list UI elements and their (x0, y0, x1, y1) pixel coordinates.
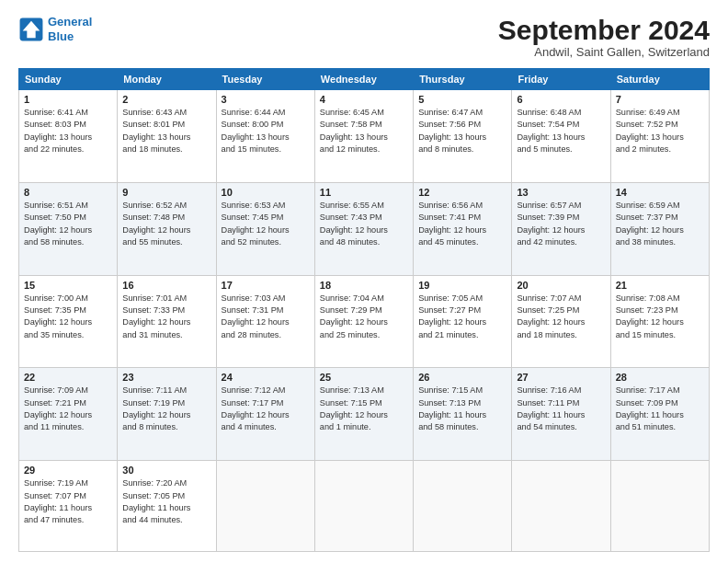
day-info: Sunrise: 6:49 AM Sunset: 7:52 PM Dayligh… (616, 107, 704, 155)
table-row: 15Sunrise: 7:00 AM Sunset: 7:35 PM Dayli… (19, 275, 118, 368)
day-info: Sunrise: 6:52 AM Sunset: 7:48 PM Dayligh… (122, 200, 210, 248)
header: General Blue September 2024 Andwil, Sain… (18, 15, 710, 59)
table-row: 27Sunrise: 7:16 AM Sunset: 7:11 PM Dayli… (512, 368, 610, 461)
table-row: 28Sunrise: 7:17 AM Sunset: 7:09 PM Dayli… (610, 368, 709, 461)
table-row: 29Sunrise: 7:19 AM Sunset: 7:07 PM Dayli… (19, 461, 118, 552)
day-info: Sunrise: 6:53 AM Sunset: 7:45 PM Dayligh… (222, 200, 310, 248)
day-info: Sunrise: 7:13 AM Sunset: 7:15 PM Dayligh… (320, 385, 408, 433)
calendar-row: 22Sunrise: 7:09 AM Sunset: 7:21 PM Dayli… (19, 368, 710, 461)
table-row: 5Sunrise: 6:47 AM Sunset: 7:56 PM Daylig… (414, 90, 512, 183)
day-info: Sunrise: 7:05 AM Sunset: 7:27 PM Dayligh… (418, 293, 506, 341)
table-row: 11Sunrise: 6:55 AM Sunset: 7:43 PM Dayli… (314, 182, 413, 275)
weekday-row: Sunday Monday Tuesday Wednesday Thursday… (19, 69, 710, 90)
day-info: Sunrise: 6:59 AM Sunset: 7:37 PM Dayligh… (616, 200, 704, 248)
day-info: Sunrise: 7:15 AM Sunset: 7:13 PM Dayligh… (418, 385, 506, 433)
th-sunday: Sunday (19, 69, 118, 90)
table-row: 7Sunrise: 6:49 AM Sunset: 7:52 PM Daylig… (610, 90, 709, 183)
table-row: 20Sunrise: 7:07 AM Sunset: 7:25 PM Dayli… (512, 275, 610, 368)
day-info: Sunrise: 6:48 AM Sunset: 7:54 PM Dayligh… (517, 107, 605, 155)
table-row: 23Sunrise: 7:11 AM Sunset: 7:19 PM Dayli… (118, 368, 216, 461)
day-info: Sunrise: 6:43 AM Sunset: 8:01 PM Dayligh… (122, 107, 210, 155)
table-row: 2Sunrise: 6:43 AM Sunset: 8:01 PM Daylig… (118, 90, 216, 183)
day-number: 30 (122, 465, 210, 476)
table-row: 8Sunrise: 6:51 AM Sunset: 7:50 PM Daylig… (19, 182, 118, 275)
day-info: Sunrise: 6:47 AM Sunset: 7:56 PM Dayligh… (418, 107, 506, 155)
table-row: 9Sunrise: 6:52 AM Sunset: 7:48 PM Daylig… (118, 182, 216, 275)
day-number: 20 (517, 280, 605, 291)
day-info: Sunrise: 7:11 AM Sunset: 7:19 PM Dayligh… (122, 385, 210, 433)
day-number: 28 (616, 372, 704, 383)
table-row: 4Sunrise: 6:45 AM Sunset: 7:58 PM Daylig… (314, 90, 413, 183)
logo-line2: Blue (48, 29, 74, 43)
table-row: 24Sunrise: 7:12 AM Sunset: 7:17 PM Dayli… (216, 368, 314, 461)
table-row (414, 461, 512, 552)
day-number: 3 (222, 94, 310, 105)
table-row (216, 461, 314, 552)
day-info: Sunrise: 7:08 AM Sunset: 7:23 PM Dayligh… (616, 293, 704, 341)
day-number: 2 (122, 94, 210, 105)
day-number: 26 (418, 372, 506, 383)
day-number: 10 (222, 187, 310, 198)
day-number: 11 (320, 187, 408, 198)
day-number: 16 (122, 280, 210, 291)
th-monday: Monday (118, 69, 216, 90)
day-number: 6 (517, 94, 605, 105)
day-number: 25 (320, 372, 408, 383)
th-tuesday: Tuesday (216, 69, 314, 90)
day-info: Sunrise: 6:56 AM Sunset: 7:41 PM Dayligh… (418, 200, 506, 248)
table-row: 30Sunrise: 7:20 AM Sunset: 7:05 PM Dayli… (118, 461, 216, 552)
calendar-row: 15Sunrise: 7:00 AM Sunset: 7:35 PM Dayli… (19, 275, 710, 368)
th-wednesday: Wednesday (314, 69, 413, 90)
day-number: 24 (222, 372, 310, 383)
logo-icon (18, 17, 44, 42)
table-row: 12Sunrise: 6:56 AM Sunset: 7:41 PM Dayli… (414, 182, 512, 275)
day-number: 23 (122, 372, 210, 383)
day-info: Sunrise: 7:16 AM Sunset: 7:11 PM Dayligh… (517, 385, 605, 433)
day-info: Sunrise: 7:03 AM Sunset: 7:31 PM Dayligh… (222, 293, 310, 341)
th-friday: Friday (512, 69, 610, 90)
table-row: 6Sunrise: 6:48 AM Sunset: 7:54 PM Daylig… (512, 90, 610, 183)
day-number: 7 (616, 94, 704, 105)
day-number: 22 (24, 372, 112, 383)
table-row: 17Sunrise: 7:03 AM Sunset: 7:31 PM Dayli… (216, 275, 314, 368)
table-row: 1Sunrise: 6:41 AM Sunset: 8:03 PM Daylig… (19, 90, 118, 183)
calendar-row: 8Sunrise: 6:51 AM Sunset: 7:50 PM Daylig… (19, 182, 710, 275)
day-number: 13 (517, 187, 605, 198)
day-info: Sunrise: 7:07 AM Sunset: 7:25 PM Dayligh… (517, 293, 605, 341)
logo: General Blue (18, 15, 92, 43)
logo-line1: General (48, 15, 92, 29)
day-number: 21 (616, 280, 704, 291)
calendar-header: Sunday Monday Tuesday Wednesday Thursday… (19, 69, 710, 90)
day-number: 17 (222, 280, 310, 291)
day-info: Sunrise: 6:45 AM Sunset: 7:58 PM Dayligh… (320, 107, 408, 155)
table-row: 14Sunrise: 6:59 AM Sunset: 7:37 PM Dayli… (610, 182, 709, 275)
day-info: Sunrise: 7:20 AM Sunset: 7:05 PM Dayligh… (122, 477, 210, 526)
table-row (314, 461, 413, 552)
month-title: September 2024 (498, 15, 710, 45)
day-info: Sunrise: 7:00 AM Sunset: 7:35 PM Dayligh… (24, 293, 112, 341)
day-info: Sunrise: 7:19 AM Sunset: 7:07 PM Dayligh… (24, 477, 112, 526)
day-number: 4 (320, 94, 408, 105)
table-row: 25Sunrise: 7:13 AM Sunset: 7:15 PM Dayli… (314, 368, 413, 461)
day-number: 15 (24, 280, 112, 291)
day-info: Sunrise: 7:17 AM Sunset: 7:09 PM Dayligh… (616, 385, 704, 433)
day-number: 18 (320, 280, 408, 291)
table-row: 21Sunrise: 7:08 AM Sunset: 7:23 PM Dayli… (610, 275, 709, 368)
table-row (512, 461, 610, 552)
day-number: 5 (418, 94, 506, 105)
day-number: 19 (418, 280, 506, 291)
day-number: 12 (418, 187, 506, 198)
th-thursday: Thursday (414, 69, 512, 90)
calendar-row: 1Sunrise: 6:41 AM Sunset: 8:03 PM Daylig… (19, 90, 710, 183)
day-info: Sunrise: 6:44 AM Sunset: 8:00 PM Dayligh… (222, 107, 310, 155)
day-number: 29 (24, 465, 112, 476)
day-number: 9 (122, 187, 210, 198)
day-number: 14 (616, 187, 704, 198)
calendar-table: Sunday Monday Tuesday Wednesday Thursday… (18, 68, 710, 552)
table-row: 19Sunrise: 7:05 AM Sunset: 7:27 PM Dayli… (414, 275, 512, 368)
day-info: Sunrise: 6:57 AM Sunset: 7:39 PM Dayligh… (517, 200, 605, 248)
day-info: Sunrise: 6:55 AM Sunset: 7:43 PM Dayligh… (320, 200, 408, 248)
logo-text: General Blue (48, 15, 92, 43)
location: Andwil, Saint Gallen, Switzerland (498, 45, 710, 59)
day-number: 8 (24, 187, 112, 198)
